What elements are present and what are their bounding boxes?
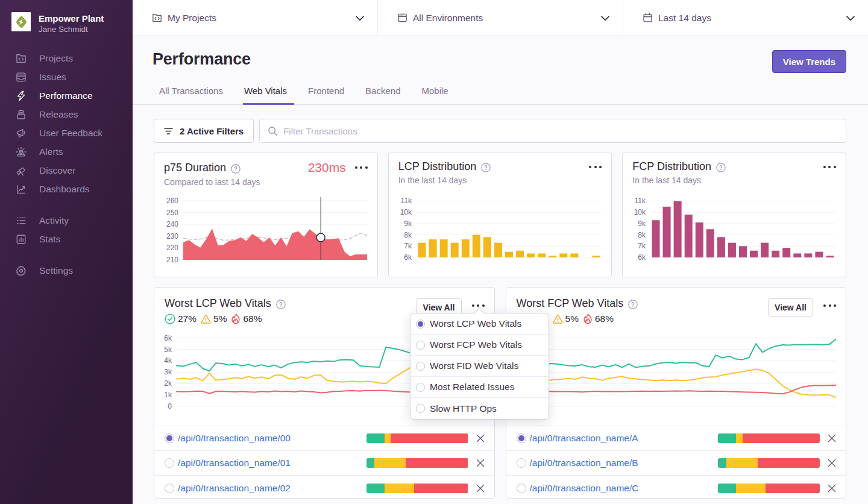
question-icon[interactable]	[231, 164, 241, 174]
stats-icon	[16, 234, 27, 245]
sidebar-item-dashboards[interactable]: Dashboards	[11, 180, 133, 198]
page-title: Performance	[153, 50, 251, 69]
row-radio[interactable]	[165, 484, 174, 493]
chevron-down-icon	[356, 13, 364, 24]
tab-all-transactions[interactable]: All Transactions	[158, 86, 224, 104]
menu-radio[interactable]	[416, 383, 425, 392]
close-icon[interactable]	[476, 434, 485, 443]
close-icon[interactable]	[828, 484, 836, 493]
menu-radio[interactable]	[416, 341, 425, 350]
transaction-link[interactable]: /api/0/transaction_name/C	[530, 483, 639, 494]
date-range-dropdown[interactable]: Last 14 days	[623, 0, 868, 36]
alerts-icon	[16, 146, 27, 157]
svg-text:8k: 8k	[404, 231, 412, 239]
user-feedback-icon	[16, 128, 27, 139]
environment-filter-dropdown[interactable]: All Environments	[378, 0, 623, 36]
sidebar-item-activity[interactable]: Activity	[11, 211, 133, 230]
question-icon[interactable]	[628, 300, 638, 309]
card-menu-ellipsis[interactable]	[589, 163, 602, 171]
vital-stat: 5%	[553, 313, 579, 324]
question-icon[interactable]	[276, 300, 286, 309]
fire-icon	[231, 313, 241, 324]
sidebar-item-releases[interactable]: Releases	[11, 105, 133, 124]
sidebar-item-issues[interactable]: Issues	[11, 68, 133, 86]
sidebar: Empower Plant Jane Schmidt Projects Issu…	[0, 0, 133, 504]
transaction-link[interactable]: /api/0/transaction_name/A	[530, 433, 638, 444]
sidebar-item-user-feedback[interactable]: User Feedback	[11, 124, 133, 142]
svg-text:10k: 10k	[400, 208, 412, 216]
transaction-link[interactable]: /api/0/transaction_name/B	[530, 458, 638, 468]
row-radio[interactable]	[517, 458, 526, 468]
card-title: Worst FCP Web Vitals	[517, 297, 624, 310]
table-row: /api/0/transaction_name/00	[154, 426, 494, 451]
tab-mobile[interactable]: Mobile	[420, 86, 449, 104]
tab-web-vitals[interactable]: Web Vitals	[243, 86, 288, 104]
card-menu-ellipsis[interactable]	[823, 302, 836, 309]
active-filters-button[interactable]: 2 Active Filters	[154, 119, 254, 143]
sidebar-item-label: User Feedback	[39, 128, 102, 139]
card-menu-ellipsis[interactable]	[823, 163, 836, 171]
question-icon[interactable]	[481, 163, 491, 172]
close-icon[interactable]	[828, 434, 836, 443]
worst-fcp-card: Worst FCP Web Vitals View All 27% 5% 68%…	[506, 287, 847, 499]
transaction-link[interactable]: /api/0/transaction_name/02	[178, 483, 291, 494]
dashboards-icon	[16, 184, 27, 195]
tab-frontend[interactable]: Frontend	[307, 86, 345, 104]
menu-radio[interactable]	[416, 404, 425, 413]
search-input[interactable]	[283, 126, 838, 136]
menu-radio[interactable]	[416, 362, 425, 371]
svg-text:6k: 6k	[164, 334, 172, 342]
table-row: /api/0/transaction_name/02	[154, 476, 494, 499]
vitals-distribution-bar	[366, 433, 468, 443]
search-box	[259, 119, 846, 143]
page-filter-bar: My Projects All Environments Last 14 day…	[133, 0, 868, 36]
card-menu-ellipsis[interactable]	[472, 302, 485, 309]
sidebar-item-projects[interactable]: Projects	[11, 49, 133, 68]
transaction-link[interactable]: /api/0/transaction_name/01	[178, 458, 291, 468]
close-icon[interactable]	[476, 459, 485, 467]
menu-option-worst-fcp[interactable]: Worst FCP Web Vitals	[410, 335, 549, 356]
org-switcher[interactable]: Empower Plant Jane Schmidt	[11, 12, 133, 34]
vital-stat: 68%	[231, 313, 262, 324]
sidebar-item-stats[interactable]: Stats	[11, 230, 133, 248]
card-subtitle: In the last 14 days	[398, 175, 602, 185]
sidebar-item-alerts[interactable]: Alerts	[11, 142, 133, 161]
sidebar-item-settings[interactable]: Settings	[11, 261, 133, 280]
project-icon	[152, 13, 162, 23]
transaction-list: /api/0/transaction_name/A /api/0/transac…	[506, 426, 846, 499]
svg-text:5k: 5k	[164, 345, 172, 354]
row-radio[interactable]	[165, 433, 174, 443]
transaction-link[interactable]: /api/0/transaction_name/00	[178, 433, 291, 444]
issues-icon	[16, 72, 27, 83]
menu-radio[interactable]	[416, 320, 425, 329]
sidebar-item-label: Discover	[39, 165, 75, 176]
card-title: Worst LCP Web Vitals	[165, 297, 271, 310]
window-icon	[397, 13, 407, 23]
view-trends-button[interactable]: View Trends	[772, 50, 846, 73]
close-icon[interactable]	[476, 484, 485, 493]
menu-option-slow-http-ops[interactable]: Slow HTTP Ops	[410, 398, 549, 419]
sidebar-item-performance[interactable]: Performance	[11, 86, 133, 105]
page-header: Performance View Trends All Transactions…	[133, 36, 868, 105]
tab-backend[interactable]: Backend	[364, 86, 401, 104]
close-icon[interactable]	[828, 459, 836, 467]
chevron-down-icon	[846, 13, 855, 24]
project-filter-dropdown[interactable]: My Projects	[133, 0, 378, 36]
card-menu-dropdown: Worst LCP Web Vitals Worst FCP Web Vital…	[410, 313, 549, 420]
vital-stat: 5%	[201, 313, 227, 324]
question-icon[interactable]	[716, 163, 726, 172]
sidebar-item-discover[interactable]: Discover	[11, 161, 133, 180]
view-all-button[interactable]: View All	[768, 298, 813, 317]
svg-text:8k: 8k	[638, 231, 647, 239]
svg-text:11k: 11k	[635, 197, 646, 205]
row-radio[interactable]	[517, 433, 526, 443]
row-radio[interactable]	[517, 484, 526, 493]
releases-icon	[16, 109, 27, 120]
row-radio[interactable]	[165, 458, 174, 468]
warning-triangle-icon	[201, 315, 211, 324]
sidebar-item-label: Dashboards	[39, 184, 90, 195]
card-menu-ellipsis[interactable]	[355, 164, 368, 171]
chevron-down-icon	[601, 13, 609, 24]
menu-option-most-related-issues[interactable]: Most Related Issues	[410, 377, 549, 398]
menu-option-worst-fid[interactable]: Worst FID Web Vitals	[410, 356, 549, 377]
